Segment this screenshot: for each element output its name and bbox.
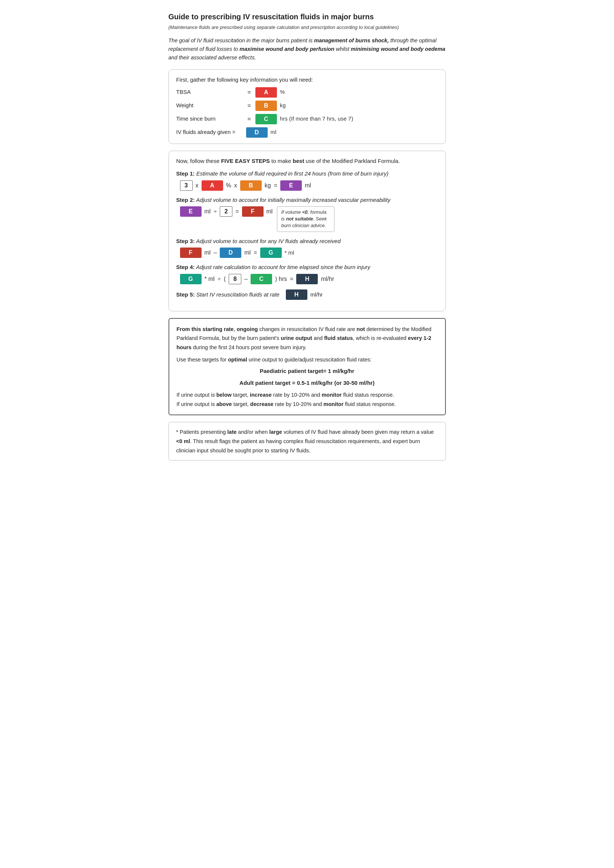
step1-block: Step 1: Estimate the volume of fluid req… [176, 170, 438, 191]
aside-box: If volume <0, formula is not suitable. S… [277, 206, 335, 232]
footnote-zero: <0 ml [176, 438, 190, 444]
intro-text-1: The goal of IV fluid resuscitation in th… [169, 37, 315, 43]
monitor-bold-1: monitor [321, 392, 341, 398]
below-bold: below [216, 392, 232, 398]
step5-mlhr: ml/hr [310, 291, 323, 298]
step3-formula: F ml – D ml = G * ml [180, 248, 438, 258]
gather-row-time: Time since burn = C hrs (If more than 7 … [176, 114, 438, 124]
target-paediatric: Paediatric patient target= 1 ml/kg/hr [177, 366, 438, 376]
target-adult: Adult patient target = 0.5-1 ml/kg/hr (o… [177, 378, 438, 388]
intro-bold-1: management of burns shock, [314, 37, 389, 43]
step2-bold: Step 2: [176, 197, 195, 203]
var-b-box: B [256, 101, 277, 111]
intro-bold-2: maximise wound and body perfusion [239, 46, 334, 52]
iv-label: IV fluids already given = [176, 128, 243, 136]
footnote-late: late [227, 429, 236, 435]
step4-italic: Adjust rate calculation to account for t… [195, 264, 371, 270]
bottom-para4: If urine output is above target, decreas… [177, 400, 438, 409]
bottom-bold-from: From this starting rate [177, 326, 234, 332]
steps-box: Now, follow these FIVE EASY STEPS to mak… [169, 151, 446, 312]
step2-div: ÷ [214, 207, 217, 216]
weight-unit: kg [280, 101, 286, 110]
gather-row-weight: Weight = B kg [176, 101, 438, 111]
step3-var-g: G [260, 248, 282, 258]
time-label: Time since burn [176, 115, 243, 123]
step1-var-b: B [240, 180, 262, 191]
subtitle: (Maintenance fluids are prescribed using… [169, 24, 446, 31]
var-d-box: D [246, 127, 268, 138]
step2-var-e: E [180, 206, 202, 217]
step1-percent: % [226, 181, 231, 190]
intro-text-3: whilst [335, 46, 351, 52]
step1-bold: Step 1: [176, 170, 195, 177]
step4-num8: 8 [229, 274, 241, 284]
tbsa-unit: % [280, 88, 285, 96]
increase-bold: increase [250, 392, 272, 398]
bottom-bold-ongoing: ongoing [236, 326, 257, 332]
step4-open-paren: ( [224, 274, 226, 284]
gather-row-tbsa: TBSA = A % [176, 87, 438, 98]
step5-italic: Start IV resuscitation fluids at rate [195, 291, 279, 298]
var-c-box: C [256, 114, 277, 124]
page-title: Guide to prescribing IV resuscitation fl… [169, 11, 446, 22]
step3-italic: Adjust volume to account for any IV flui… [195, 238, 341, 244]
steps-bold-2: best [293, 158, 304, 164]
step5-block: Step 5: Start IV resuscitation fluids at… [176, 290, 438, 300]
step4-div: ÷ [217, 274, 221, 284]
step4-var-h: H [296, 274, 318, 284]
bottom-bold-optimal: optimal [228, 356, 247, 363]
bottom-para1: From this starting rate, ongoing changes… [177, 325, 438, 352]
step4-asterisk-ml: * ml [205, 274, 215, 284]
step4-formula: G * ml ÷ ( 8 – C ) hrs = H ml/hr [180, 274, 438, 284]
step4-eq: = [290, 274, 293, 284]
step2-ml2: ml [267, 207, 273, 216]
intro-bold-3: minimising wound and body oedema [351, 46, 445, 52]
step5-bold: Step 5: [176, 291, 195, 298]
step5-label: Step 5: Start IV resuscitation fluids at… [176, 290, 438, 300]
step3-var-f: F [180, 248, 202, 258]
step4-var-c: C [251, 274, 272, 284]
step2-italic: Adjust volume to account for initially m… [195, 197, 391, 203]
footnote-paragraph: * Patients presenting late and/or when l… [176, 428, 438, 455]
step4-var-g: G [180, 274, 202, 284]
step4-bold: Step 4: [176, 264, 195, 270]
step3-minus: – [214, 248, 217, 257]
tbsa-label: TBSA [176, 88, 243, 96]
step1-op-x2: x [234, 181, 237, 190]
step4-close-paren-hrs: ) hrs [275, 274, 287, 284]
bottom-para3: If urine output is below target, increas… [177, 391, 438, 400]
footnote-large: large [269, 429, 282, 435]
step4-label: Step 4: Adjust rate calculation to accou… [176, 263, 438, 272]
step2-num2: 2 [220, 206, 233, 217]
bottom-para2: Use these targets for optimal urine outp… [177, 355, 438, 364]
decrease-bold: decrease [250, 401, 274, 407]
step1-italic: Estimate the volume of fluid required in… [195, 170, 389, 177]
weight-label: Weight [176, 101, 243, 110]
intro-text-4: and their associated adverse effects. [169, 54, 256, 60]
step1-op-x1: x [195, 181, 198, 190]
step3-ml2: ml [244, 248, 251, 257]
gather-box: First, gather the following key informat… [169, 70, 446, 144]
step4-minus: – [244, 274, 248, 284]
step2-var-f: F [242, 206, 264, 217]
iv-unit: ml [271, 128, 276, 136]
step1-var-a: A [202, 180, 223, 191]
bottom-bold-fluid: fluid status [324, 335, 353, 341]
step3-label: Step 3: Adjust volume to account for any… [176, 237, 438, 246]
step1-var-e: E [280, 180, 302, 191]
step1-label: Step 1: Estimate the volume of fluid req… [176, 170, 438, 178]
step2-formula: E ml ÷ 2 = F ml [180, 206, 273, 217]
step1-eq: = [274, 181, 277, 190]
step2-ml: ml [205, 207, 211, 216]
step2-block: Step 2: Adjust volume to account for ini… [176, 196, 438, 232]
step1-kg: kg [265, 181, 271, 190]
bottom-bold-not: not [357, 326, 365, 332]
step1-num3: 3 [180, 180, 193, 191]
above-bold: above [216, 401, 232, 407]
step3-eq: = [254, 248, 257, 257]
gather-row-iv: IV fluids already given = D ml [176, 127, 438, 138]
bottom-box: From this starting rate, ongoing changes… [169, 318, 446, 415]
time-equals: = [248, 115, 251, 124]
var-a-box: A [256, 87, 277, 98]
step3-ml1: ml [205, 248, 211, 257]
